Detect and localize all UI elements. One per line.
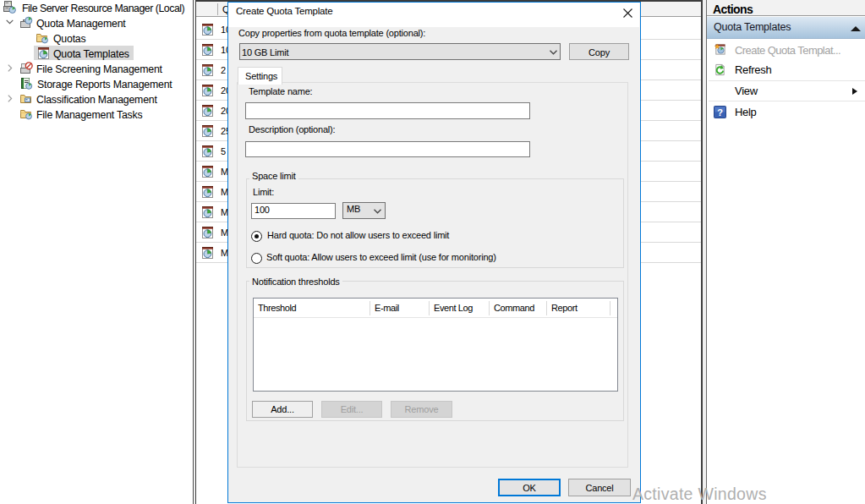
svg-text:?: ? bbox=[717, 107, 723, 118]
